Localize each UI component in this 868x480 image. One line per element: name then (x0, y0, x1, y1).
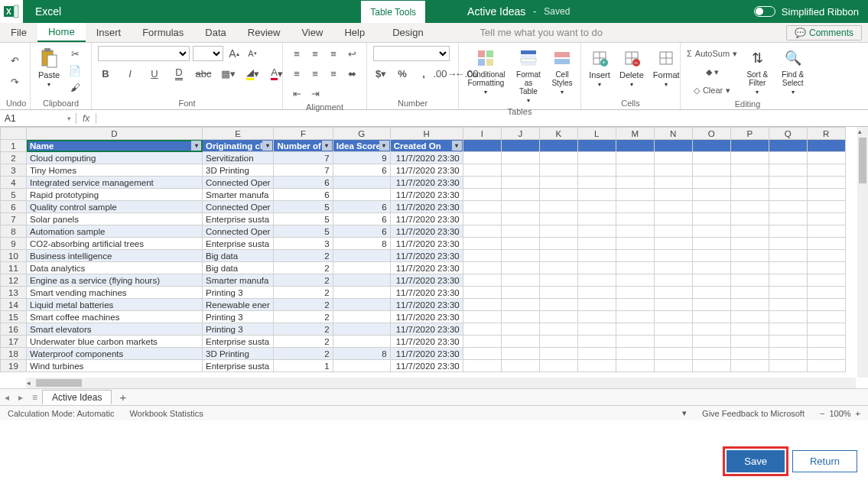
cell[interactable]: Business intelligence (27, 250, 203, 262)
format-cells-button[interactable]: Format▾ (652, 46, 681, 89)
cell[interactable] (692, 360, 730, 372)
table-header-cell[interactable]: Created On▾ (390, 140, 463, 152)
cell[interactable] (463, 299, 501, 311)
row-header-7[interactable]: 7 (1, 213, 27, 225)
cell[interactable] (616, 140, 654, 152)
cell[interactable]: 11/7/2020 23:30 (390, 336, 463, 348)
cell[interactable] (539, 323, 577, 336)
cell[interactable]: 6 (333, 201, 390, 213)
cell[interactable] (654, 323, 692, 336)
row-header-2[interactable]: 2 (1, 152, 27, 164)
row-header-8[interactable]: 8 (1, 225, 27, 238)
cell[interactable] (333, 360, 390, 372)
cell[interactable]: Automation sample (27, 225, 203, 238)
font-family-select[interactable] (98, 46, 190, 61)
cell[interactable] (807, 311, 845, 323)
cell[interactable]: Tiny Homes (27, 164, 203, 177)
cell[interactable]: 11/7/2020 23:30 (390, 311, 463, 323)
cell[interactable]: 2 (274, 311, 333, 323)
cell[interactable]: 6 (274, 177, 333, 189)
cell[interactable] (807, 287, 845, 299)
cell[interactable] (807, 225, 845, 238)
cell[interactable]: CO2-absorbing artificial trees (27, 238, 203, 250)
cell[interactable] (730, 201, 769, 213)
cell[interactable]: 2 (274, 250, 333, 262)
cell[interactable]: Smart vending machines (27, 287, 203, 299)
col-header-P[interactable]: P (730, 128, 769, 140)
cell[interactable] (463, 225, 501, 238)
tab-formulas[interactable]: Formulas (132, 23, 194, 42)
cell[interactable] (654, 250, 692, 262)
cell[interactable]: 5 (274, 225, 333, 238)
cell[interactable]: 7 (274, 152, 333, 164)
merge-button[interactable]: ⬌ (344, 66, 359, 81)
cell[interactable]: 11/7/2020 23:30 (390, 299, 463, 311)
table-header-cell[interactable]: Name▾ (27, 140, 203, 152)
cell[interactable] (616, 348, 654, 360)
cell[interactable] (463, 177, 501, 189)
cell[interactable] (463, 274, 501, 287)
cell[interactable] (501, 201, 539, 213)
cell[interactable]: 11/7/2020 23:30 (390, 201, 463, 213)
cell[interactable] (616, 189, 654, 201)
row-header-14[interactable]: 14 (1, 299, 27, 311)
col-header-D[interactable]: D (27, 128, 203, 140)
cell[interactable] (730, 336, 769, 348)
cell[interactable] (333, 336, 390, 348)
tell-me-search[interactable]: Tell me what you want to do (480, 27, 603, 38)
cell[interactable] (539, 287, 577, 299)
tab-data[interactable]: Data (194, 23, 236, 42)
percent-button[interactable]: % (395, 66, 410, 81)
filter-dropdown-icon[interactable]: ▾ (379, 141, 389, 151)
cell[interactable]: 5 (274, 201, 333, 213)
cell[interactable]: 2 (274, 262, 333, 274)
cell[interactable] (730, 164, 769, 177)
cell[interactable] (654, 299, 692, 311)
cell[interactable] (730, 213, 769, 225)
cell[interactable] (501, 262, 539, 274)
cell[interactable] (463, 336, 501, 348)
cell[interactable]: 2 (274, 274, 333, 287)
cell[interactable] (539, 262, 577, 274)
row-header-4[interactable]: 4 (1, 177, 27, 189)
cell[interactable]: Underwater blue carbon markets (27, 336, 203, 348)
number-format-select[interactable] (373, 46, 450, 61)
cell[interactable] (616, 213, 654, 225)
cell[interactable]: 11/7/2020 23:30 (390, 250, 463, 262)
cell[interactable] (692, 152, 730, 164)
zoom-in-button[interactable]: + (856, 409, 860, 418)
cell[interactable] (769, 348, 807, 360)
col-header-K[interactable]: K (539, 128, 577, 140)
cell[interactable]: 2 (274, 287, 333, 299)
cell[interactable] (730, 274, 769, 287)
cell[interactable] (333, 299, 390, 311)
status-dropdown[interactable]: ▾ (682, 408, 687, 418)
format-as-table-button[interactable]: Format as Table▾ (513, 46, 544, 105)
cell[interactable]: 11/7/2020 23:30 (390, 164, 463, 177)
comments-button[interactable]: 💬 Comments (786, 25, 862, 41)
cell[interactable] (539, 140, 577, 152)
italic-button[interactable]: I (122, 66, 138, 81)
cell[interactable] (807, 140, 845, 152)
cell[interactable] (692, 262, 730, 274)
row-header-11[interactable]: 11 (1, 262, 27, 274)
cell[interactable]: Printing 3 (203, 323, 274, 336)
cell[interactable] (616, 360, 654, 372)
cell[interactable] (539, 311, 577, 323)
cell[interactable] (807, 201, 845, 213)
cell[interactable] (463, 348, 501, 360)
cell[interactable] (730, 152, 769, 164)
col-header-I[interactable]: I (463, 128, 501, 140)
col-header-M[interactable]: M (616, 128, 654, 140)
cut-button[interactable]: ✂ (67, 46, 83, 61)
cell[interactable] (501, 250, 539, 262)
cell[interactable] (692, 189, 730, 201)
cell[interactable] (577, 140, 616, 152)
cell[interactable] (692, 323, 730, 336)
row-header-19[interactable]: 19 (1, 360, 27, 372)
cell[interactable] (654, 225, 692, 238)
cell[interactable] (654, 238, 692, 250)
paste-button[interactable]: Paste ▾ (37, 46, 61, 89)
cell[interactable] (463, 262, 501, 274)
cell[interactable]: Smart coffee machines (27, 311, 203, 323)
